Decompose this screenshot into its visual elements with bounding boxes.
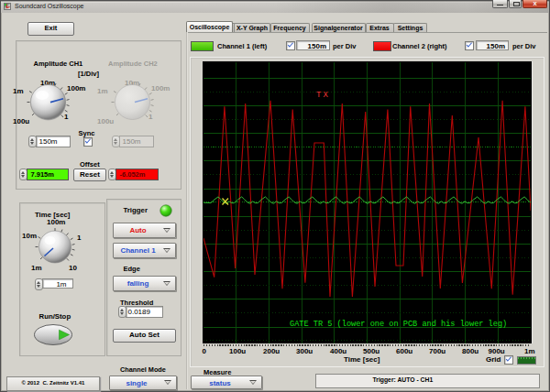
svg-text:GATE TR 5 (lower one on PCB an: GATE TR 5 (lower one on PCB and his lowe… (290, 320, 507, 329)
svg-text:TX: TX (316, 91, 330, 100)
